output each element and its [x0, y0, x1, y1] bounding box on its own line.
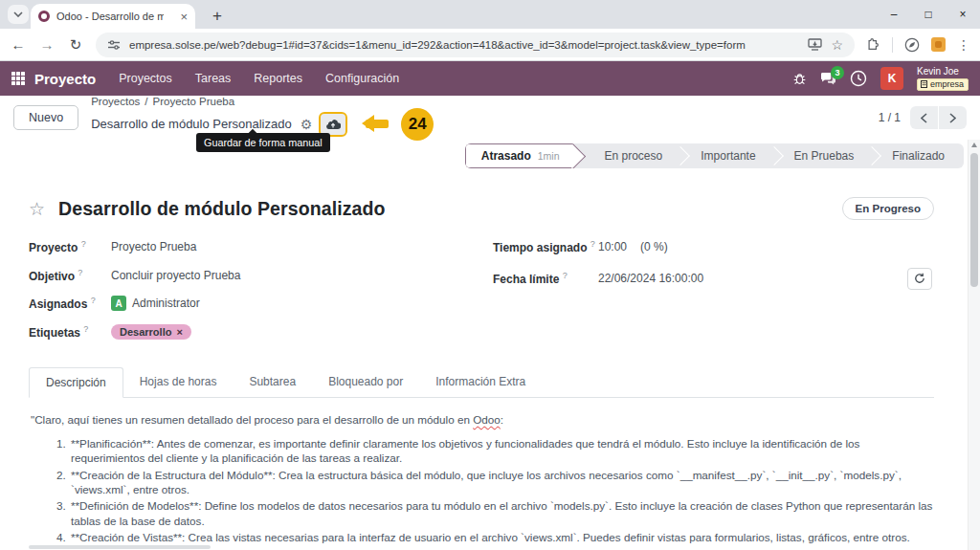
messages-button[interactable]: 3: [820, 72, 836, 86]
user-name: Kevin Joe: [917, 66, 959, 77]
tag-remove-icon[interactable]: ×: [176, 326, 182, 338]
menu-configuracion[interactable]: Configuración: [325, 72, 399, 85]
help-marker: ?: [83, 324, 88, 334]
company-chip: empresa: [917, 78, 969, 91]
stage-finalizado[interactable]: Finalizado: [873, 143, 964, 168]
menu-proyectos[interactable]: Proyectos: [119, 72, 172, 85]
tab-title: Odoo - Desarrollo de módulo P: [56, 11, 164, 22]
activities-clock-icon[interactable]: [850, 70, 867, 87]
browser-tab[interactable]: Odoo - Desarrollo de módulo P ×: [31, 4, 195, 29]
tiempo-value[interactable]: 10:00: [598, 240, 627, 253]
field-proyecto: Proyecto ? Proyecto Prueba: [29, 239, 464, 254]
maximize-button[interactable]: □: [911, 0, 946, 29]
tab-bloqueado-por[interactable]: Bloqueado por: [312, 367, 419, 398]
annotation-number-badge: 24: [401, 108, 434, 141]
scrollbar-thumb[interactable]: [970, 153, 978, 287]
tab-informacion-extra[interactable]: Información Extra: [419, 367, 542, 398]
building-icon: [921, 80, 927, 88]
task-title[interactable]: Desarrollo de módulo Personalizado: [58, 198, 385, 220]
field-tiempo-asignado: Tiempo asignado ? 10:00 (0 %): [493, 239, 934, 254]
field-objetivo: Objetivo ? Concluir proyecto Prueba: [29, 268, 464, 283]
url-bar[interactable]: empresa.solse.pe/web?debug=1#id=37&cids=…: [96, 33, 855, 57]
fecha-value[interactable]: 22/06/2024 16:00:00: [598, 272, 703, 285]
assignee-avatar: A: [111, 296, 126, 311]
field-grid: Proyecto ? Proyecto Prueba Objetivo ? Co…: [29, 239, 934, 352]
vertical-scrollbar[interactable]: [968, 140, 980, 550]
extensions-puzzle-icon[interactable]: [866, 37, 880, 52]
tab-subtarea[interactable]: Subtarea: [233, 367, 312, 398]
description-intro: "Claro, aquí tienes un resumen detallado…: [31, 412, 934, 428]
asignados-value[interactable]: Administrator: [132, 297, 200, 310]
tab-close-icon[interactable]: ×: [180, 11, 188, 23]
browser-titlebar: Odoo - Desarrollo de módulo P × + – □ ×: [0, 0, 980, 29]
refresh-icon: [914, 273, 925, 284]
browser-menu-icon[interactable]: ⋮: [957, 37, 970, 53]
save-manual-button[interactable]: [321, 114, 345, 135]
new-tab-button[interactable]: +: [205, 4, 230, 29]
url-text[interactable]: empresa.solse.pe/web?debug=1#id=37&cids=…: [129, 39, 799, 51]
toolbar-divider: [892, 37, 893, 53]
field-asignados: Asignados ? A Administrator: [29, 296, 464, 311]
help-marker: ?: [78, 268, 82, 277]
description-content[interactable]: "Claro, aquí tienes un resumen detallado…: [29, 398, 934, 550]
proyecto-value[interactable]: Proyecto Prueba: [111, 240, 196, 253]
navbar-right: 3 K Kevin Joe empresa: [792, 66, 969, 91]
breadcrumb-proyecto-prueba[interactable]: Proyecto Prueba: [152, 96, 234, 107]
tab-descripcion[interactable]: Descripción: [29, 367, 123, 398]
user-avatar[interactable]: K: [880, 67, 903, 90]
field-fecha-limite: Fecha límite ? 22/06/2024 16:00:00: [493, 268, 934, 290]
stage-atrasado[interactable]: Atrasado 1min: [465, 143, 573, 168]
minimize-button[interactable]: –: [877, 0, 911, 29]
tab-search-button[interactable]: [8, 5, 29, 24]
extension-orange-icon[interactable]: [931, 37, 946, 52]
list-item: **Creación de la Estructura del Módulo**…: [69, 468, 934, 497]
stage-duration: 1min: [538, 143, 560, 168]
pager-value: 1 / 1: [879, 111, 901, 124]
annotation-arrow: [366, 120, 389, 128]
bookmark-star-icon[interactable]: ☆: [831, 37, 843, 53]
favorite-star-icon[interactable]: ☆: [29, 198, 45, 220]
close-window-button[interactable]: ×: [946, 0, 980, 29]
chevron-right-icon: [949, 113, 956, 123]
user-info[interactable]: Kevin Joe empresa: [917, 66, 969, 91]
help-marker: ?: [91, 296, 96, 305]
install-app-icon[interactable]: [808, 38, 822, 51]
recurrence-refresh-button[interactable]: [907, 268, 932, 290]
spellcheck-word: Odoo: [473, 413, 501, 426]
debug-bug-icon[interactable]: [792, 72, 807, 86]
list-item: **Planificación**: Antes de comenzar, es…: [69, 436, 934, 466]
app-name[interactable]: Proyecto: [34, 71, 96, 87]
back-icon[interactable]: ←: [10, 36, 27, 53]
tag-desarrollo[interactable]: Desarrollo ×: [111, 324, 191, 340]
message-count-badge: 3: [831, 66, 844, 79]
breadcrumb-proyectos[interactable]: Proyectos: [91, 96, 140, 107]
browser-toolbar: ← → ↻ empresa.solse.pe/web?debug=1#id=37…: [0, 29, 980, 61]
help-marker: ?: [590, 239, 595, 249]
state-badge[interactable]: En Progreso: [842, 197, 934, 220]
help-marker: ?: [563, 271, 568, 280]
scroll-up-arrow-icon[interactable]: [971, 143, 977, 147]
window-controls: – □ ×: [877, 0, 980, 29]
apps-grid-icon[interactable]: [11, 72, 25, 85]
notebook-tabs: Descripción Hojas de horas Subtarea Bloq…: [29, 367, 934, 398]
forward-icon[interactable]: →: [38, 36, 56, 53]
stage-en-proceso[interactable]: En proceso: [586, 143, 682, 168]
new-button[interactable]: Nuevo: [13, 105, 78, 130]
objetivo-value[interactable]: Concluir proyecto Prueba: [111, 269, 240, 282]
tab-hojas-de-horas[interactable]: Hojas de horas: [123, 367, 234, 398]
stage-importante[interactable]: Importante: [681, 143, 774, 168]
company-name: empresa: [930, 79, 964, 89]
extension-leaf-icon[interactable]: [904, 37, 920, 53]
breadcrumb-separator: /: [145, 96, 147, 107]
pager-next-button[interactable]: [939, 106, 967, 129]
horizontal-scrollbar-thumb[interactable]: [29, 545, 211, 549]
screen: Odoo - Desarrollo de módulo P × + – □ × …: [0, 0, 980, 550]
pager-previous-button[interactable]: [910, 106, 938, 129]
breadcrumb-record-title: Desarrollo de módulo Personalizado: [91, 117, 292, 131]
chevron-left-icon: [921, 113, 927, 123]
menu-reportes[interactable]: Reportes: [254, 72, 302, 85]
gear-icon[interactable]: ⚙: [301, 118, 313, 131]
menu-tareas[interactable]: Tareas: [195, 72, 232, 85]
reload-icon[interactable]: ↻: [67, 36, 84, 54]
stage-en-pruebas[interactable]: En Pruebas: [775, 143, 874, 168]
